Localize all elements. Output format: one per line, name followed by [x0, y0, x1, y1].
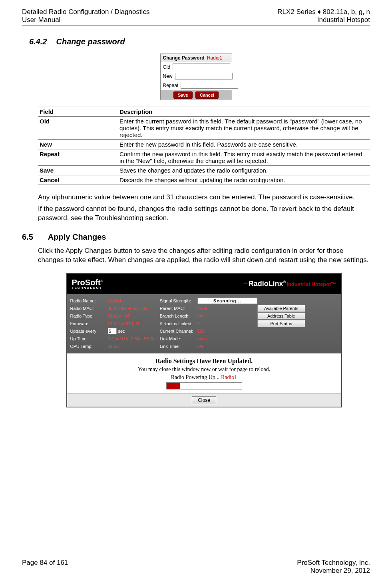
available-parents-button[interactable]: Available Parents — [257, 305, 305, 312]
update-message-title: Radio Settings Have Been Updated. — [71, 358, 337, 365]
footer-date: November 29, 2012 — [297, 567, 370, 575]
section-65-heading: 6.5 Apply Changes — [22, 232, 370, 242]
progress-bar-fill — [167, 383, 180, 389]
header-right-bottom: Industrial Hotspot — [277, 16, 370, 24]
header-left-bottom: User Manual — [22, 16, 149, 24]
port-status-button[interactable]: Port Status — [257, 320, 305, 327]
section-642-heading: 6.4.2 Change password — [29, 37, 370, 46]
update-every-input[interactable] — [108, 328, 117, 334]
footer-rule — [22, 557, 370, 557]
panel-header: ProSoft® TECHNOLOGY ෴ RadioLinx®Industri… — [67, 274, 341, 294]
address-table-button[interactable]: Address Table — [257, 312, 305, 320]
footer-company: ProSoft Technology, Inc. — [297, 559, 370, 567]
dialog-radio-name: Radio1 — [207, 55, 222, 61]
table-row: NewEnter the new password in this field.… — [38, 140, 370, 149]
paragraph: Click the Apply Changes button to save t… — [38, 246, 370, 265]
old-password-label: Old — [163, 64, 171, 70]
table-head-field: Field — [38, 107, 118, 117]
table-row: CancelDiscards the changes without updat… — [38, 175, 370, 185]
header-right-top: RLX2 Series ♦ 802.11a, b, g, n — [277, 8, 370, 16]
signal-strength-scan: Scanning... — [197, 298, 257, 304]
repeat-password-label: Repeat — [163, 83, 179, 88]
panel-message-zone: Radio Settings Have Been Updated. You ma… — [67, 353, 341, 393]
header-rule — [22, 26, 370, 26]
field-description-table: Field Description OldEnter the current p… — [38, 107, 370, 185]
paragraph: Any alphanumeric value between one and 3… — [38, 193, 370, 202]
prosoft-logo: ProSoft® TECHNOLOGY — [72, 278, 103, 290]
footer-page-number: Page 84 of 161 — [22, 559, 68, 575]
powering-up-message: Radio Powering Up... Radio1 — [71, 374, 337, 381]
panel-info-grid: Radio Name:Radio1 Radio MAC:00.0D.8D.F0.… — [67, 294, 341, 353]
dialog-title-bar: Change Password Radio1 — [161, 54, 232, 62]
table-head-desc: Description — [118, 107, 370, 117]
new-password-input[interactable] — [175, 73, 233, 79]
paragraph: If the password cannot be found, changes… — [38, 205, 370, 223]
page-header: Detailed Radio Configuration / Diagnosti… — [22, 8, 370, 24]
table-row: SaveSaves the changes and updates the ra… — [38, 166, 370, 175]
save-button[interactable]: Save — [173, 91, 193, 99]
page-footer: Page 84 of 161 ProSoft Technology, Inc. … — [22, 557, 370, 575]
new-password-label: New — [163, 73, 173, 79]
wifi-icon: ෴ — [243, 280, 247, 286]
close-button[interactable]: Close — [192, 396, 216, 404]
radiolinx-brand: ෴ RadioLinx®Industrial Hotspot™ — [243, 280, 336, 288]
update-message-sub: You may close this window now or wait fo… — [71, 366, 337, 373]
old-password-input[interactable] — [173, 64, 230, 70]
table-row: OldEnter the current password in this fi… — [38, 117, 370, 140]
cancel-button[interactable]: Cancel — [195, 91, 219, 99]
header-left-top: Detailed Radio Configuration / Diagnosti… — [22, 8, 149, 16]
table-row: RepeatConfirm the new password in this f… — [38, 149, 370, 166]
repeat-password-input[interactable] — [181, 82, 238, 89]
progress-bar — [166, 382, 242, 389]
change-password-dialog: Change Password Radio1 Old New Repeat Sa… — [160, 54, 232, 100]
radiolinx-panel: ProSoft® TECHNOLOGY ෴ RadioLinx®Industri… — [66, 273, 342, 407]
